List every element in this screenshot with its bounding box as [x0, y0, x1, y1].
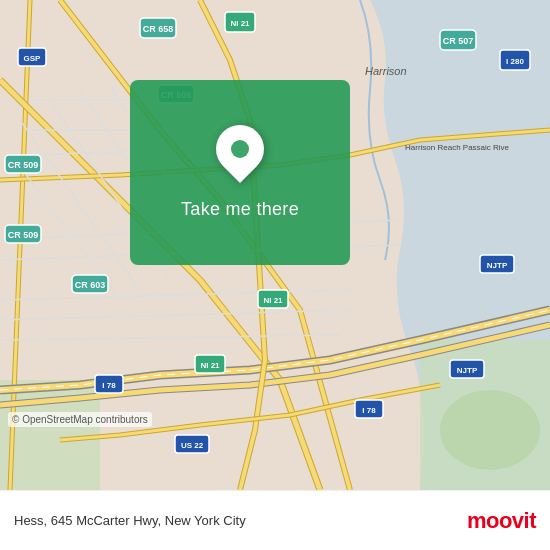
svg-text:I 280: I 280: [506, 57, 524, 66]
svg-text:CR 507: CR 507: [443, 36, 474, 46]
svg-text:CR 509: CR 509: [8, 230, 39, 240]
moovit-brand-text: moovit: [467, 508, 536, 534]
moovit-logo: moovit: [467, 508, 536, 534]
svg-text:Harrison: Harrison: [365, 65, 407, 77]
svg-text:GSP: GSP: [24, 54, 42, 63]
svg-text:US 22: US 22: [181, 441, 204, 450]
svg-text:NJTP: NJTP: [457, 366, 478, 375]
svg-text:I 78: I 78: [362, 406, 376, 415]
svg-text:CR 603: CR 603: [75, 280, 106, 290]
svg-text:NI 21: NI 21: [200, 361, 220, 370]
take-me-there-button[interactable]: Take me there: [181, 199, 299, 220]
bottom-bar: Hess, 645 McCarter Hwy, New York City mo…: [0, 490, 550, 550]
svg-point-3: [440, 390, 540, 470]
svg-text:CR 509: CR 509: [8, 160, 39, 170]
svg-text:CR 658: CR 658: [143, 24, 174, 34]
map-overlay-panel[interactable]: Take me there: [130, 80, 350, 265]
svg-text:I 78: I 78: [102, 381, 116, 390]
svg-text:NI 21: NI 21: [263, 296, 283, 305]
location-label: Hess, 645 McCarter Hwy, New York City: [14, 513, 246, 528]
map-container: CR 658 NI 21 CR 507 I 280 GSP CR 508 CR …: [0, 0, 550, 490]
location-pin: [216, 125, 264, 181]
copyright-notice: © OpenStreetMap contributors: [8, 412, 152, 427]
svg-text:Harrison Reach Passaic Rive: Harrison Reach Passaic Rive: [405, 143, 510, 152]
svg-text:NI 21: NI 21: [230, 19, 250, 28]
svg-text:NJTP: NJTP: [487, 261, 508, 270]
